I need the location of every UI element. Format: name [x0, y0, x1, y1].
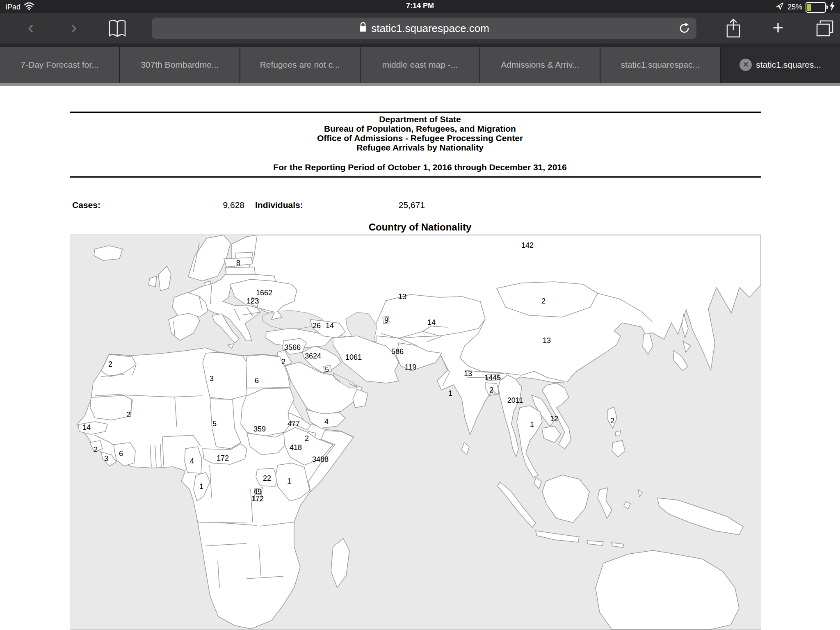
- cases-label: Cases:: [72, 200, 100, 210]
- map-value-china: 13: [543, 336, 551, 345]
- map-value-morocco: 2: [108, 360, 112, 368]
- tab-bar: 7-Day Forecast for...307th Bombardme...R…: [0, 43, 840, 83]
- header-line-3: Office of Admissions - Refugee Processin…: [0, 133, 840, 143]
- map-value-kenya: 1: [287, 477, 291, 485]
- map-value-bhutan: 1445: [484, 374, 501, 382]
- map-value-mauritania: 2: [126, 411, 130, 419]
- individuals-value: 25,671: [353, 200, 425, 210]
- map-value-syria: 3566: [284, 343, 301, 352]
- map-value-senegal: 14: [82, 423, 91, 431]
- map-value-cameroon: 4: [190, 457, 194, 465]
- tab-label: static1.squares...: [756, 60, 821, 70]
- forward-button[interactable]: ›: [66, 18, 82, 37]
- bookmarks-icon[interactable]: [108, 19, 127, 39]
- status-time: 7:14 PM: [0, 2, 840, 10]
- tab-5[interactable]: Admissions & Arriv...: [480, 47, 600, 83]
- tab-label: Refugees are not c...: [260, 60, 340, 70]
- map-value-yemen: 4: [324, 418, 329, 426]
- tab-switcher-icon[interactable]: [815, 19, 834, 39]
- map-value-kyrgyzstan: 14: [427, 318, 436, 326]
- lock-icon: [359, 22, 367, 35]
- map-value-ukraine: 1662: [256, 289, 272, 297]
- document-header: Department of State Bureau of Population…: [0, 114, 840, 152]
- map-value-philippines: 2: [610, 417, 614, 425]
- status-bar: iPad 7:14 PM 25%: [0, 0, 840, 13]
- horizontal-rule: [70, 176, 761, 178]
- map-value-sierra-leone: 2: [94, 445, 98, 454]
- page-top-gap: [0, 83, 840, 86]
- header-line-1: Department of State: [0, 114, 840, 124]
- tab-label: static1.squarespac...: [621, 60, 700, 70]
- reload-icon[interactable]: [678, 22, 691, 36]
- battery-icon: [806, 2, 826, 13]
- new-tab-icon[interactable]: +: [768, 17, 788, 38]
- map-value-eritrea: 477: [288, 420, 300, 428]
- map-value-bangladesh: 2: [489, 386, 493, 394]
- map-value-india: 1: [448, 389, 452, 397]
- tab-label: 307th Bombardme...: [141, 60, 219, 70]
- map-value-thailand: 1: [530, 420, 534, 429]
- map-value-latvia: 8: [236, 259, 240, 267]
- map-value-azerbaijan: 14: [326, 322, 334, 330]
- cases-value: 9,628: [172, 200, 244, 210]
- map-value-somalia: 3488: [312, 455, 329, 463]
- reporting-period: For the Reporting Period of October 1, 2…: [0, 162, 840, 172]
- location-arrow-icon: [775, 2, 784, 13]
- map-value-burundi: 172: [251, 495, 264, 503]
- tab-2[interactable]: 307th Bombardme...: [120, 47, 240, 83]
- map-value-mongolia: 2: [541, 297, 546, 305]
- url-text: static1.squarespace.com: [371, 22, 489, 35]
- tab-1[interactable]: 7-Day Forecast for...: [0, 47, 120, 83]
- tab-label: 7-Day Forecast for...: [21, 60, 98, 70]
- battery-percent: 25%: [788, 3, 802, 11]
- header-line-2: Bureau of Population, Refugees, and Migr…: [0, 124, 840, 133]
- map-value-russia: 142: [521, 241, 534, 249]
- lithuania: [225, 267, 255, 275]
- address-bar[interactable]: static1.squarespace.com: [152, 18, 696, 39]
- map-value-pakistan: 119: [405, 363, 417, 371]
- tab-6[interactable]: static1.squarespac...: [600, 47, 721, 83]
- map-value-chad: 5: [212, 420, 217, 428]
- map-value-nepal: 13: [464, 370, 472, 378]
- map-value-iraq: 3624: [305, 352, 321, 360]
- horizontal-rule: [70, 112, 761, 113]
- map-value-iran: 1061: [345, 353, 362, 361]
- map-value-libya: 3: [210, 374, 214, 383]
- map-value-vietnam: 12: [550, 415, 558, 423]
- map-value-ivory-coast: 6: [119, 450, 123, 458]
- header-line-4: Refugee Arrivals by Nationality: [0, 143, 840, 152]
- share-icon[interactable]: [725, 18, 742, 40]
- map-value-jordan: 2: [281, 358, 285, 366]
- totals-row: Cases: 9,628 Individuals: 25,671: [0, 200, 840, 211]
- map-value-egypt: 6: [255, 377, 259, 385]
- tab-3[interactable]: Refugees are not c...: [240, 47, 361, 83]
- map-value-afghanistan: 586: [391, 347, 404, 356]
- individuals-label: Individuals:: [255, 200, 303, 210]
- map-value-kuwait: 5: [325, 365, 329, 374]
- back-button[interactable]: ‹: [23, 18, 39, 37]
- browser-toolbar: ‹ › static1.squarespace.com +: [0, 13, 840, 43]
- map-value-ethiopia: 418: [290, 443, 302, 452]
- map-value-djibouti: 2: [305, 434, 309, 443]
- map-title: Country of Nationality: [0, 221, 840, 233]
- map-svg: 1428166212313291426141335663624106158625…: [70, 235, 761, 630]
- map-value-sudan: 359: [253, 425, 266, 433]
- tab-label: Admissions & Arriv...: [501, 60, 579, 70]
- map-value-armenia: 26: [313, 322, 321, 330]
- tab-7-active[interactable]: ✕static1.squares...: [721, 47, 840, 83]
- map-value-liberia: 3: [104, 454, 108, 463]
- pdf-document: Department of State Bureau of Population…: [0, 83, 840, 630]
- world-choropleth-map: 1428166212313291426141335663624106158625…: [70, 235, 761, 630]
- charging-bolt-icon: [829, 1, 835, 13]
- map-value-congo: 1: [199, 482, 203, 491]
- map-value-moldova: 123: [247, 297, 259, 305]
- map-value-burma: 2011: [507, 396, 523, 404]
- tab-4[interactable]: middle east map -...: [361, 47, 481, 83]
- map-value-central-african-republic: 172: [217, 454, 229, 462]
- map-value-uzbekistan: 9: [384, 316, 388, 324]
- close-tab-icon[interactable]: ✕: [740, 59, 752, 71]
- map-value-kazakhstan: 13: [398, 292, 406, 301]
- map-value-uganda: 22: [263, 474, 271, 482]
- tab-label: middle east map -...: [382, 60, 458, 70]
